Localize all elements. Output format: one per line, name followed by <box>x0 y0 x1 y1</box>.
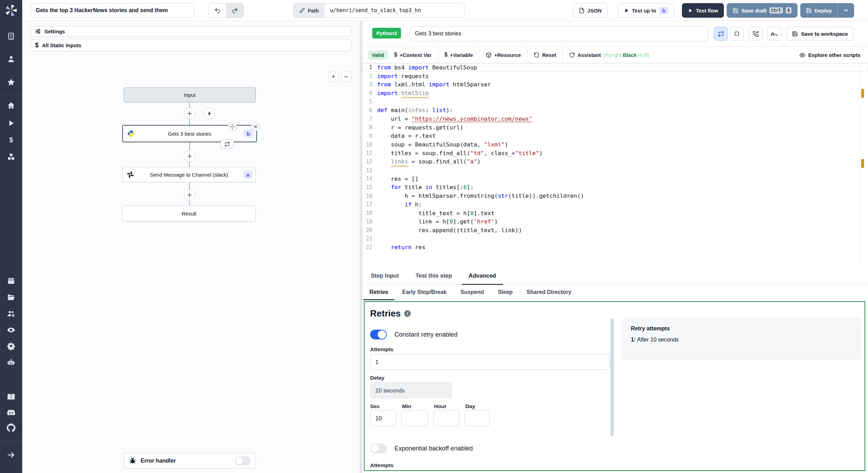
subtab-suspend[interactable]: Suspend <box>453 285 491 300</box>
assistant-button[interactable]: Assistant (Pyright Black Ruff) <box>563 50 656 60</box>
flow-title-input[interactable] <box>31 3 194 18</box>
calendar-schedules-icon[interactable] <box>0 277 22 285</box>
folder-icon[interactable] <box>0 293 22 302</box>
code-line[interactable]: 3from lxml.html import html5parser <box>362 80 868 89</box>
insert-step-button[interactable] <box>184 189 195 201</box>
code-line[interactable]: 9 data = r.text <box>362 132 868 141</box>
error-handler-toggle[interactable] <box>235 456 251 465</box>
dollar-variables-icon[interactable]: $ <box>0 136 22 144</box>
code-line[interactable]: 18 title_text = h[0].text <box>362 209 868 218</box>
info-icon[interactable]: i <box>404 310 411 317</box>
code-line[interactable]: 14 res = [] <box>362 175 868 183</box>
save-to-workspace-button[interactable]: Save to workspace <box>786 27 853 41</box>
code-line[interactable]: 20 res.append((title_text, link)) <box>362 226 868 235</box>
undo-button[interactable] <box>209 3 226 17</box>
code-line[interactable]: 1from bs4 import BeautifulSoup <box>362 63 868 72</box>
users-gear-icon[interactable] <box>0 309 22 318</box>
subtab-sleep[interactable]: Sleep <box>491 285 520 300</box>
canvas-zoom-in-button[interactable]: + <box>328 71 339 82</box>
code-line[interactable]: 11 titles = soup.find_all("td", class_="… <box>362 149 868 158</box>
code-line[interactable]: 12 links = soup.find_all("a") <box>362 158 868 166</box>
code-line[interactable]: 7 url = "https://news.ycombinator.com/ne… <box>362 115 868 123</box>
test-up-to-button[interactable]: Test up to b <box>618 3 675 18</box>
flow-node-step-b[interactable]: Gets 3 best stories b <box>122 125 257 142</box>
sec-input[interactable] <box>370 410 397 426</box>
all-static-inputs-button[interactable]: $ All Static Inputs <box>31 39 351 51</box>
insert-step-button[interactable] <box>184 150 195 162</box>
tab-advanced[interactable]: Advanced <box>460 267 504 285</box>
move-step-handle[interactable] <box>228 122 237 131</box>
add-resource-button[interactable]: +Resource <box>479 50 527 60</box>
exponential-backoff-toggle[interactable] <box>370 444 387 453</box>
early-stop-icon-button[interactable] <box>730 27 744 41</box>
eye-audit-icon[interactable] <box>0 326 22 335</box>
code-line[interactable]: 21 <box>362 235 868 243</box>
add-context-var-button[interactable]: $ +Context Var <box>388 50 438 60</box>
step-header: Python3 Save to workspace <box>362 21 868 47</box>
gear-settings-icon[interactable] <box>0 341 22 350</box>
attempts-input[interactable] <box>370 354 610 370</box>
add-variable-button[interactable]: $ +Variable <box>438 50 479 60</box>
error-handler-node[interactable]: Error handler <box>124 453 256 468</box>
deploy-dropdown-button[interactable] <box>837 3 854 18</box>
code-line[interactable]: 5 <box>362 98 868 106</box>
code-line[interactable]: 22 return res <box>362 243 868 252</box>
deploy-button[interactable]: Deploy <box>800 3 837 18</box>
json-button[interactable]: JSON <box>573 3 608 18</box>
star-icon[interactable] <box>0 78 22 87</box>
tab-step-input[interactable]: Step Input <box>362 267 407 285</box>
code-line[interactable]: 4import html5lib <box>362 89 868 98</box>
save-draft-button[interactable]: Save draft CtrlS <box>727 3 798 18</box>
sleep-icon-button[interactable] <box>767 27 781 41</box>
flow-node-result[interactable]: Result <box>122 205 256 221</box>
redo-button[interactable] <box>226 3 243 17</box>
arrow-right-collapse-icon[interactable] <box>0 450 22 459</box>
path-control[interactable]: Path u/henri/send_to_slack_top3_hn <box>293 3 465 18</box>
robot-workers-icon[interactable] <box>0 358 22 367</box>
retries-icon-button[interactable] <box>714 27 728 41</box>
code-line[interactable]: 2import requests <box>362 72 868 81</box>
flow-node-step-a[interactable]: Send Message to Channel (slack) a <box>122 167 256 182</box>
code-line[interactable]: 17 if h: <box>362 200 868 209</box>
code-editor[interactable]: 1from bs4 import BeautifulSoup2import re… <box>362 63 868 267</box>
reset-button[interactable]: Reset <box>527 50 562 60</box>
github-icon[interactable] <box>0 423 22 432</box>
hour-input[interactable] <box>433 410 459 426</box>
constant-retry-toggle[interactable] <box>370 330 387 339</box>
retries-scrollbar[interactable] <box>610 318 614 436</box>
step-name-input[interactable] <box>410 26 708 41</box>
undo-redo-group <box>208 3 244 18</box>
flow-settings-button[interactable]: Settings <box>31 26 351 37</box>
trigger-bolt-button[interactable] <box>203 108 215 119</box>
play-runs-icon[interactable] <box>0 119 22 127</box>
subtab-shared-directory[interactable]: Shared Directory <box>520 285 578 300</box>
home-icon[interactable] <box>0 101 22 110</box>
code-line[interactable]: 16 h = html5parser.fromstring(str(title)… <box>362 192 868 200</box>
discord-icon[interactable] <box>0 408 22 417</box>
explore-other-scripts-button[interactable]: Explore other scripts <box>799 47 860 63</box>
boxes-resources-icon[interactable] <box>0 153 22 161</box>
book-docs-icon[interactable] <box>0 392 22 402</box>
subtab-early-stop[interactable]: Early Stop/Break <box>395 285 453 300</box>
delete-step-button[interactable] <box>251 122 260 131</box>
canvas-zoom-out-button[interactable]: − <box>341 71 351 82</box>
windmill-logo[interactable] <box>0 0 22 21</box>
test-flow-button[interactable]: Test flow <box>682 3 724 18</box>
tab-test-this-step[interactable]: Test this step <box>407 267 460 285</box>
code-line[interactable]: 10 soup = BeautifulSoup(data, "lxml") <box>362 140 868 149</box>
subtab-retries[interactable]: Retries <box>362 285 395 300</box>
user-icon[interactable] <box>0 55 22 63</box>
flow-node-input[interactable]: Input <box>124 87 256 102</box>
code-line[interactable]: 19 link = h[0].get('href') <box>362 217 868 226</box>
code-line[interactable]: 13 <box>362 166 868 175</box>
retry-indicator-button[interactable] <box>220 139 234 149</box>
code-line[interactable]: 8 r = requests.get(url) <box>362 123 868 132</box>
panel-resize-handle[interactable] <box>360 21 362 473</box>
code-line[interactable]: 6def main(infos: list): <box>362 106 868 115</box>
day-input[interactable] <box>465 410 490 426</box>
suspend-icon-button[interactable] <box>749 27 762 41</box>
min-input[interactable] <box>401 410 428 426</box>
insert-step-button[interactable] <box>184 108 195 119</box>
building-icon[interactable] <box>0 32 22 40</box>
code-line[interactable]: 15 for title in titles[:6]: <box>362 183 868 192</box>
